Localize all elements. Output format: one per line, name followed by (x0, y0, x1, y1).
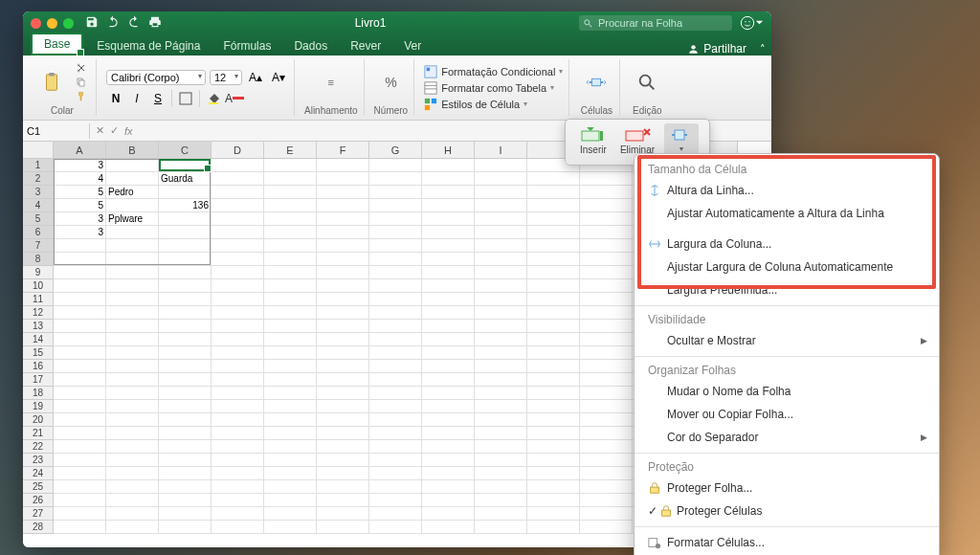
cell[interactable] (527, 440, 580, 454)
cell[interactable] (422, 413, 475, 427)
cell[interactable] (212, 306, 264, 320)
cell[interactable] (159, 387, 212, 400)
cell[interactable] (475, 346, 527, 360)
cell[interactable] (317, 306, 369, 320)
cell[interactable] (422, 293, 475, 306)
row-header[interactable]: 24 (23, 467, 54, 480)
cell[interactable] (159, 454, 212, 467)
cell[interactable] (369, 199, 422, 212)
cell[interactable] (212, 480, 264, 494)
row-header[interactable]: 18 (23, 387, 54, 400)
cell[interactable] (264, 279, 317, 293)
row-header[interactable]: 25 (23, 480, 54, 494)
cell[interactable] (159, 440, 212, 454)
cell[interactable] (264, 333, 317, 346)
format-painter-button[interactable] (73, 90, 90, 103)
bold-button[interactable]: N (106, 90, 125, 107)
cell[interactable] (422, 400, 475, 413)
cell[interactable] (369, 373, 422, 387)
cell[interactable] (212, 226, 264, 239)
zoom-window-button[interactable] (63, 18, 74, 29)
cell[interactable] (317, 279, 369, 293)
cell[interactable] (159, 306, 212, 320)
cell[interactable] (475, 387, 527, 400)
cell[interactable] (264, 454, 317, 467)
insert-cells-button[interactable]: Inserir (576, 123, 611, 157)
cell[interactable] (475, 427, 527, 440)
cell[interactable] (317, 373, 369, 387)
cell[interactable] (317, 320, 369, 333)
cell[interactable] (527, 427, 580, 440)
font-name-combo[interactable]: Calibri (Corpo) (106, 70, 206, 85)
cell[interactable] (264, 172, 317, 186)
cell[interactable] (264, 199, 317, 212)
search-input[interactable] (579, 15, 732, 31)
cell[interactable] (475, 266, 527, 279)
cell[interactable] (527, 521, 580, 534)
cell[interactable] (475, 186, 527, 199)
cell[interactable] (369, 333, 422, 346)
cell[interactable] (369, 253, 422, 266)
italic-button[interactable]: I (127, 90, 146, 107)
cell[interactable] (264, 387, 317, 400)
cell[interactable] (264, 239, 317, 253)
cell[interactable] (580, 373, 633, 387)
cell[interactable] (317, 480, 369, 494)
cell[interactable] (527, 293, 580, 306)
menu-row-height[interactable]: Altura da Linha... (635, 179, 939, 202)
menu-hide-show[interactable]: Ocultar e Mostrar (635, 329, 939, 352)
cell[interactable] (527, 400, 580, 413)
cell[interactable] (422, 212, 475, 226)
cell[interactable] (106, 346, 159, 360)
cell[interactable] (317, 212, 369, 226)
row-headers[interactable]: 1234567891011121314151617181920212223242… (23, 159, 54, 534)
print-icon[interactable] (148, 15, 162, 31)
cell[interactable] (580, 212, 633, 226)
cell[interactable] (527, 172, 580, 186)
underline-button[interactable]: S (148, 90, 167, 107)
cell[interactable] (54, 387, 106, 400)
cell[interactable] (422, 239, 475, 253)
column-header[interactable]: F (317, 142, 369, 159)
row-header[interactable]: 17 (23, 373, 54, 387)
cell[interactable] (212, 373, 264, 387)
cell[interactable] (580, 346, 633, 360)
cell[interactable] (159, 333, 212, 346)
cell[interactable] (527, 346, 580, 360)
cell[interactable] (54, 454, 106, 467)
cell[interactable] (212, 521, 264, 534)
cell[interactable] (422, 387, 475, 400)
cell[interactable] (527, 454, 580, 467)
cell[interactable] (527, 413, 580, 427)
cell[interactable] (369, 387, 422, 400)
cell[interactable] (527, 373, 580, 387)
cell[interactable] (212, 427, 264, 440)
cell[interactable] (369, 226, 422, 239)
cell[interactable] (422, 427, 475, 440)
row-header[interactable]: 15 (23, 346, 54, 360)
row-header[interactable]: 14 (23, 333, 54, 346)
cell[interactable] (422, 333, 475, 346)
cell[interactable] (212, 413, 264, 427)
cell[interactable] (212, 293, 264, 306)
cell[interactable] (317, 427, 369, 440)
decrease-font-button[interactable]: A▾ (269, 69, 288, 86)
cell[interactable] (580, 333, 633, 346)
cell[interactable] (54, 440, 106, 454)
row-header[interactable]: 13 (23, 320, 54, 333)
feedback-icon[interactable] (740, 15, 755, 31)
cell[interactable] (212, 266, 264, 279)
minimize-window-button[interactable] (47, 18, 57, 29)
copy-button[interactable] (73, 76, 90, 89)
cell[interactable] (422, 507, 475, 521)
cell[interactable] (369, 159, 422, 172)
cell[interactable] (475, 172, 527, 186)
cell[interactable] (264, 440, 317, 454)
column-header[interactable]: I (475, 142, 527, 159)
cell[interactable] (106, 373, 159, 387)
tab-dados[interactable]: Dados (282, 36, 339, 56)
collapse-ribbon-icon[interactable]: ˄ (754, 43, 771, 56)
cell[interactable] (475, 333, 527, 346)
row-header[interactable]: 21 (23, 427, 54, 440)
row-header[interactable]: 19 (23, 400, 54, 413)
